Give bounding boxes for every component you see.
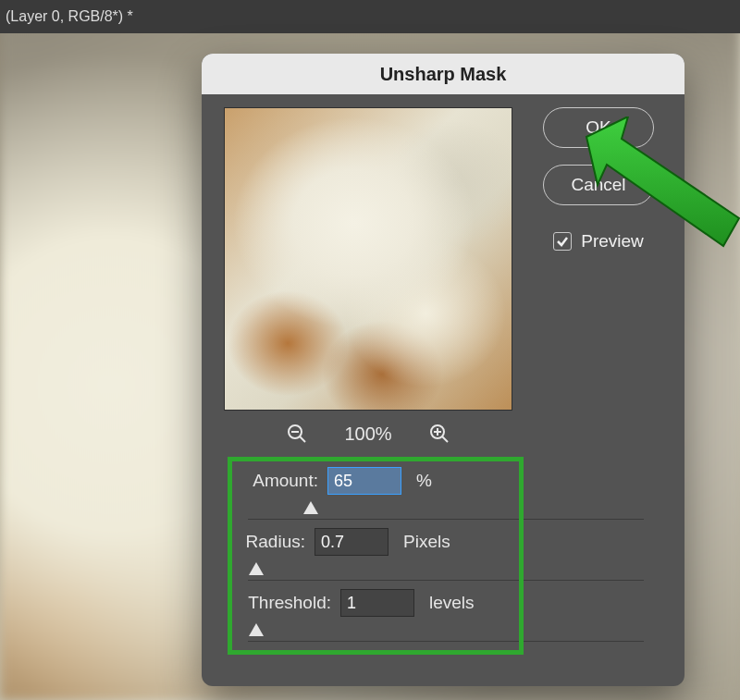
zoom-in-icon <box>428 423 450 445</box>
amount-slider-thumb[interactable] <box>303 501 318 514</box>
threshold-row: Threshold: levels <box>224 584 668 621</box>
unsharp-mask-dialog: Unsharp Mask 100% <box>202 54 684 686</box>
svg-line-1 <box>300 436 305 442</box>
radius-slider[interactable] <box>248 560 644 581</box>
ok-button[interactable]: OK <box>543 107 654 148</box>
amount-input[interactable] <box>327 467 401 495</box>
document-title: (Layer 0, RGB/8*) * <box>6 8 133 25</box>
amount-slider[interactable] <box>248 499 644 520</box>
amount-label: Amount: <box>244 471 318 491</box>
preview-checkbox[interactable] <box>553 232 572 251</box>
radius-slider-thumb[interactable] <box>249 562 264 575</box>
zoom-level: 100% <box>344 424 391 445</box>
parameters-group: Amount: % Radius: Pixels Threshold: <box>224 462 668 642</box>
checkmark-icon <box>556 235 569 248</box>
svg-line-4 <box>442 436 448 442</box>
amount-row: Amount: % <box>224 462 668 499</box>
threshold-input[interactable] <box>340 589 414 617</box>
radius-input[interactable] <box>314 528 388 556</box>
dialog-title: Unsharp Mask <box>202 54 684 94</box>
dialog-body: 100% OK Cancel <box>202 94 684 664</box>
dialog-button-column: OK Cancel Preview <box>512 107 668 457</box>
zoom-out-button[interactable] <box>283 420 311 448</box>
document-title-bar: (Layer 0, RGB/8*) * <box>0 0 740 33</box>
filter-preview-thumbnail[interactable] <box>224 107 512 411</box>
preview-checkbox-row[interactable]: Preview <box>553 231 644 252</box>
preview-checkbox-label: Preview <box>581 231 644 252</box>
radius-unit: Pixels <box>403 532 450 552</box>
zoom-out-icon <box>286 423 308 445</box>
app-window: (Layer 0, RGB/8*) * Unsharp Mask 100% <box>0 0 740 700</box>
preview-column: 100% <box>224 107 512 457</box>
amount-unit: % <box>416 471 432 491</box>
zoom-controls: 100% <box>224 411 512 457</box>
dialog-top-row: 100% OK Cancel <box>224 107 668 457</box>
threshold-slider-thumb[interactable] <box>249 623 264 636</box>
zoom-in-button[interactable] <box>426 420 453 448</box>
threshold-label: Threshold: <box>244 593 331 613</box>
threshold-slider[interactable] <box>248 621 644 642</box>
radius-label: Radius: <box>244 532 305 552</box>
threshold-unit: levels <box>429 593 475 613</box>
cancel-button[interactable]: Cancel <box>543 165 654 205</box>
radius-row: Radius: Pixels <box>224 523 668 560</box>
